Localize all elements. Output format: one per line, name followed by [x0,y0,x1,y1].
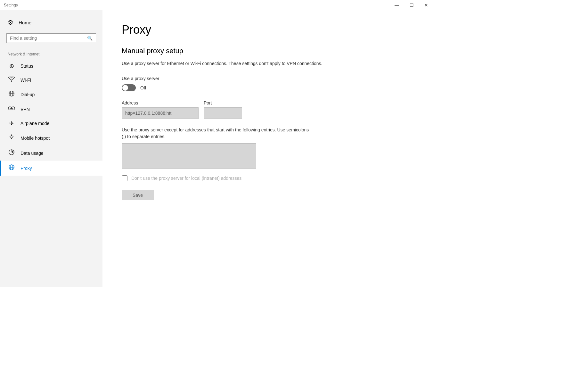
titlebar: Settings — ☐ ✕ [0,0,437,10]
sidebar-item-datausage[interactable]: Data usage [0,146,102,161]
titlebar-controls: — ☐ ✕ [389,0,434,10]
exceptions-description: Use the proxy server except for addresse… [122,127,314,140]
sidebar-item-home[interactable]: ⚙ Home [0,15,102,29]
search-input[interactable] [10,36,85,41]
vpn-icon [8,105,15,113]
toggle-state-label: Off [140,85,146,90]
sidebar-section-label: Network & Internet [0,47,102,59]
exceptions-textarea[interactable] [122,143,256,169]
datausage-icon [8,149,15,157]
sidebar-item-wifi[interactable]: Wi-Fi [0,73,102,87]
sidebar-item-label: Data usage [20,151,44,156]
sidebar-item-status[interactable]: ⊕ Status [0,59,102,73]
save-button[interactable]: Save [122,190,154,200]
hotspot-icon [8,134,15,142]
sidebar-item-label: Airplane mode [20,121,49,126]
sidebar-item-label: Status [20,63,33,69]
address-label: Address [122,100,199,105]
port-input[interactable] [204,107,242,119]
address-input[interactable] [122,107,199,119]
sidebar-item-dialup[interactable]: Dial-up [0,87,102,102]
sidebar-item-label: Proxy [20,166,32,171]
airplane-icon: ✈ [8,120,15,127]
titlebar-title: Settings [4,3,389,7]
app-layout: ⚙ Home 🔍 Network & Internet ⊕ Status Wi-… [0,10,437,287]
main-content: Proxy Manual proxy setup Use a proxy ser… [102,10,437,287]
page-title: Proxy [122,23,418,37]
sidebar-item-proxy[interactable]: Proxy [0,161,102,176]
port-label: Port [204,100,242,105]
address-port-row: Address Port [122,100,418,119]
sidebar-item-label: Mobile hotspot [20,136,50,141]
proxy-toggle[interactable] [122,84,136,91]
sidebar-item-label: Dial-up [20,92,35,97]
close-button[interactable]: ✕ [419,0,434,10]
toggle-knob [122,85,128,91]
sidebar: ⚙ Home 🔍 Network & Internet ⊕ Status Wi-… [0,10,102,287]
sidebar-item-label: VPN [20,107,30,112]
local-addresses-label: Don't use the proxy server for local (in… [131,176,241,181]
proxy-icon [8,164,15,172]
sidebar-item-hotspot[interactable]: Mobile hotspot [0,130,102,146]
svg-point-6 [11,138,12,139]
home-icon: ⚙ [8,19,13,26]
maximize-button[interactable]: ☐ [404,0,419,10]
sidebar-home-label: Home [19,20,31,25]
sidebar-item-airplane[interactable]: ✈ Airplane mode [0,116,102,130]
section-title: Manual proxy setup [122,47,418,55]
status-icon: ⊕ [8,62,15,70]
sidebar-item-vpn[interactable]: VPN [0,102,102,116]
proxy-server-label: Use a proxy server [122,76,418,81]
description-text: Use a proxy server for Ethernet or Wi-Fi… [122,60,327,67]
local-addresses-checkbox[interactable] [122,175,127,181]
local-addresses-checkbox-row: Don't use the proxy server for local (in… [122,175,418,181]
toggle-row: Off [122,84,418,91]
search-icon: 🔍 [87,36,93,41]
address-field-group: Address [122,100,199,119]
minimize-button[interactable]: — [389,0,404,10]
wifi-icon [8,77,15,83]
port-field-group: Port [204,100,242,119]
sidebar-item-label: Wi-Fi [20,78,31,83]
search-box: 🔍 [6,33,96,43]
dialup-icon [8,90,15,98]
